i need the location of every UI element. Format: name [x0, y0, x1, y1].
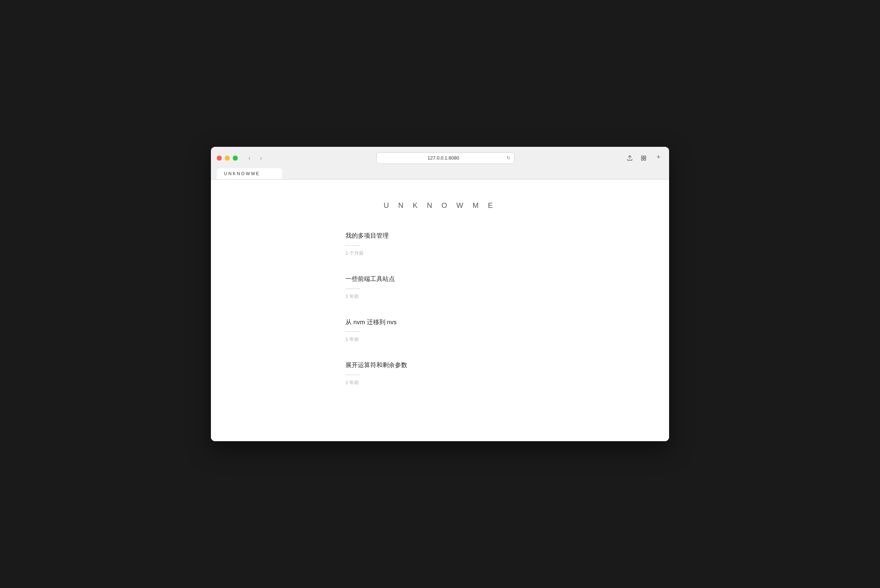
svg-rect-3	[644, 159, 646, 160]
traffic-lights	[217, 156, 238, 160]
forward-button[interactable]: ›	[256, 153, 266, 163]
close-button[interactable]	[217, 156, 222, 160]
post-title[interactable]: 从 nvm 迁移到 nvs	[346, 318, 534, 327]
post-divider	[346, 375, 360, 375]
post-divider	[346, 332, 360, 332]
post-title[interactable]: 一些前端工具站点	[346, 275, 534, 284]
browser-controls: ‹ › 127.0.0.1:8080 ↻	[217, 152, 663, 164]
svg-rect-2	[641, 159, 643, 160]
post-date: 1 个月前	[346, 250, 534, 256]
post-divider	[346, 245, 360, 246]
posts-list: 我的多项目管理 1 个月前 一些前端工具站点 1 年前 从 nvm 迁移到 nv…	[338, 231, 542, 386]
list-item: 一些前端工具站点 1 年前	[346, 275, 534, 300]
list-item: 从 nvm 迁移到 nvs 1 年前	[346, 318, 534, 343]
site-title: U N K N O W M E	[226, 201, 654, 210]
minimize-button[interactable]	[225, 156, 230, 160]
tab-overview-button[interactable]	[638, 153, 649, 164]
browser-chrome: ‹ › 127.0.0.1:8080 ↻	[211, 147, 669, 180]
active-tab[interactable]: U N K N O W M E	[217, 168, 282, 179]
reload-button[interactable]: ↻	[507, 155, 510, 160]
list-item: 展开运算符和剩余参数 2 年前	[346, 361, 534, 386]
address-bar[interactable]: 127.0.0.1:8080 ↻	[376, 152, 514, 164]
post-date: 1 年前	[346, 293, 534, 300]
new-tab-button[interactable]: +	[653, 152, 663, 162]
post-title[interactable]: 我的多项目管理	[346, 231, 534, 240]
browser-actions: +	[624, 152, 663, 164]
post-divider	[346, 288, 360, 289]
list-item: 我的多项目管理 1 个月前	[346, 231, 534, 256]
share-button[interactable]	[624, 153, 635, 164]
post-date: 1 年前	[346, 336, 534, 343]
url-text: 127.0.0.1:8080	[381, 155, 507, 160]
browser-window: ‹ › 127.0.0.1:8080 ↻	[211, 147, 669, 441]
page-content: U N K N O W M E 我的多项目管理 1 个月前 一些前端工具站点 1…	[211, 180, 669, 441]
post-date: 2 年前	[346, 380, 534, 386]
post-title[interactable]: 展开运算符和剩余参数	[346, 361, 534, 370]
tab-title: U N K N O W M E	[224, 171, 259, 176]
address-bar-container: 127.0.0.1:8080 ↻	[270, 152, 621, 164]
svg-rect-1	[644, 156, 646, 158]
nav-buttons: ‹ ›	[244, 153, 266, 163]
maximize-button[interactable]	[233, 156, 238, 160]
tab-bar: U N K N O W M E	[217, 168, 663, 179]
back-button[interactable]: ‹	[244, 153, 254, 163]
svg-rect-0	[641, 156, 643, 158]
